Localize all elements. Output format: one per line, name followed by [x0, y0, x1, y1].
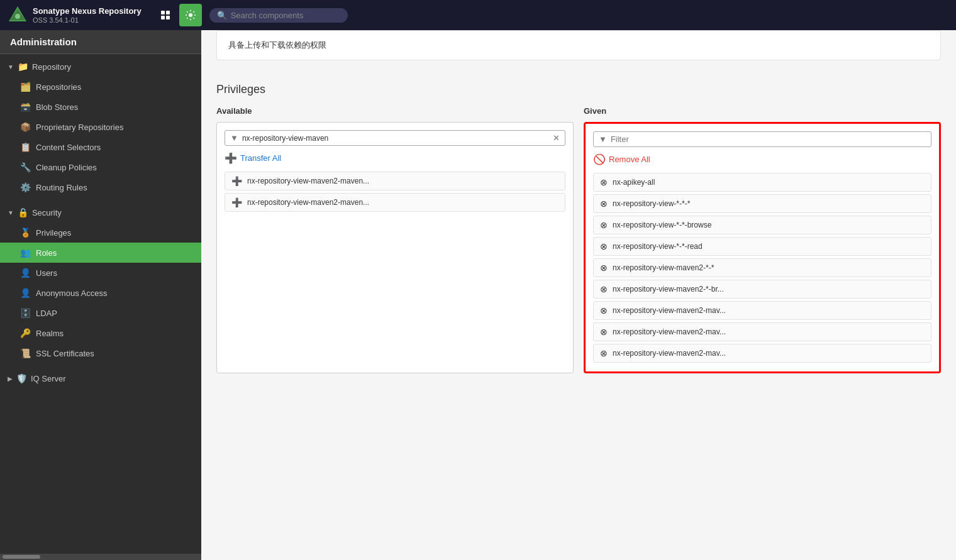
given-item-label: nx-repository-view-*-*-browse — [613, 221, 711, 229]
privileges-icon: 🏅 — [20, 228, 31, 238]
sidebar-group-repository[interactable]: ▼ 📁 Repository — [0, 57, 201, 77]
remove-icon: ⊗ — [600, 348, 608, 358]
sidebar-group-iq-server[interactable]: ▶ 🛡️ IQ Server — [0, 368, 201, 388]
available-items-list: ➕ nx-repository-view-maven2-maven... ➕ n… — [225, 172, 565, 212]
routing-icon: ⚙️ — [20, 182, 31, 192]
brand-text: Sonatype Nexus Repository OSS 3.54.1-01 — [33, 6, 142, 24]
transfer-all-label: Transfer All — [240, 153, 281, 163]
list-item[interactable]: ⊗ nx-repository-view-maven2-*-* — [593, 258, 931, 277]
sidebar-item-cleanup-policies[interactable]: 🔧 Cleanup Policies — [0, 157, 201, 177]
sidebar-item-realms[interactable]: 🔑 Realms — [0, 323, 201, 343]
sidebar-item-users[interactable]: 👤 Users — [0, 263, 201, 283]
list-item[interactable]: ⊗ nx-repository-view-*-*-browse — [593, 216, 931, 234]
given-item-label: nx-repository-view-maven2-*-br... — [613, 285, 724, 294]
sidebar-item-proprietary-repositories[interactable]: 📦 Proprietary Repositories — [0, 117, 201, 137]
svg-rect-3 — [161, 11, 165, 14]
available-item-label: nx-repository-view-maven2-maven... — [247, 198, 369, 207]
brand-logo-icon — [8, 5, 28, 25]
sidebar-item-roles-label: Roles — [36, 248, 57, 258]
list-item[interactable]: ⊗ nx-repository-view-*-*-read — [593, 237, 931, 256]
sidebar-section-repository: ▼ 📁 Repository 🗂️ Repositories 🗃️ Blob S… — [0, 54, 201, 200]
blob-stores-icon: 🗃️ — [20, 102, 31, 112]
given-item-label: nx-repository-view-maven2-*-* — [613, 263, 714, 272]
content-inner: 具备上传和下载依赖的权限 Privileges Available ▼ ✕ — [201, 30, 956, 388]
content-selectors-icon: 📋 — [20, 142, 31, 152]
anonymous-icon: 👤 — [20, 288, 31, 298]
remove-icon: ⊗ — [600, 199, 608, 209]
remove-all-link[interactable]: 🚫 Remove All — [593, 153, 931, 165]
chevron-down-icon-security: ▼ — [8, 209, 14, 216]
given-label: Given — [584, 106, 941, 116]
given-panel: Given ▼ 🚫 Remove All — [584, 106, 941, 373]
top-header: Sonatype Nexus Repository OSS 3.54.1-01 … — [0, 0, 956, 30]
sidebar-item-ssl-certificates[interactable]: 📜 SSL Certificates — [0, 343, 201, 363]
security-icon: 🔒 — [18, 207, 28, 217]
remove-icon: ⊗ — [600, 327, 608, 337]
given-filter-input[interactable] — [611, 135, 926, 144]
chevron-down-icon: ▼ — [8, 63, 14, 70]
filter-icon-given: ▼ — [599, 135, 607, 144]
given-item-label: nx-repository-view-*-*-* — [613, 199, 690, 208]
list-item[interactable]: ⊗ nx-repository-view-maven2-*-br... — [593, 280, 931, 299]
browse-button[interactable] — [154, 4, 177, 26]
available-panel-box: ▼ ✕ ➕ Transfer All ➕ — [216, 122, 574, 373]
remove-icon: ⊗ — [600, 284, 608, 294]
proprietary-icon: 📦 — [20, 122, 31, 132]
brand-logo: Sonatype Nexus Repository OSS 3.54.1-01 — [8, 5, 142, 25]
remove-icon: ⊗ — [600, 177, 608, 187]
layout: Administration ▼ 📁 Repository 🗂️ Reposit… — [0, 30, 956, 560]
sidebar-section-iq-server: ▶ 🛡️ IQ Server — [0, 366, 201, 391]
list-item[interactable]: ⊗ nx-repository-view-*-*-* — [593, 194, 931, 213]
given-item-label: nx-apikey-all — [613, 178, 655, 187]
repositories-icon: 🗂️ — [20, 82, 31, 92]
description-text: 具备上传和下载依赖的权限 — [228, 40, 326, 50]
chevron-right-icon: ▶ — [8, 375, 13, 382]
search-bar[interactable]: 🔍 — [209, 8, 348, 23]
search-icon: 🔍 — [217, 11, 227, 20]
list-item[interactable]: ➕ nx-repository-view-maven2-maven... — [225, 172, 565, 190]
remove-icon: ⊗ — [600, 220, 608, 230]
remove-icon: ⊗ — [600, 241, 608, 251]
sidebar-item-repositories[interactable]: 🗂️ Repositories — [0, 77, 201, 97]
sidebar-item-realms-label: Realms — [36, 329, 64, 338]
svg-rect-4 — [166, 11, 170, 14]
sidebar-group-iq-label: IQ Server — [31, 374, 66, 383]
list-item[interactable]: ⊗ nx-repository-view-maven2-mav... — [593, 301, 931, 320]
clear-filter-icon[interactable]: ✕ — [553, 133, 560, 143]
sidebar-item-cleanup-label: Cleanup Policies — [36, 163, 97, 172]
sidebar-item-roles[interactable]: 👥 Roles — [0, 243, 201, 263]
sidebar-group-security[interactable]: ▼ 🔒 Security — [0, 202, 201, 222]
svg-rect-5 — [161, 16, 165, 19]
available-filter-input[interactable] — [242, 134, 549, 143]
sidebar-title: Administration — [0, 30, 201, 54]
given-item-label: nx-repository-view-maven2-mav... — [613, 306, 726, 315]
sidebar-item-anonymous-access[interactable]: 👤 Anonymous Access — [0, 283, 201, 303]
sidebar-item-blob-stores-label: Blob Stores — [36, 102, 78, 112]
list-item[interactable]: ➕ nx-repository-view-maven2-maven... — [225, 193, 565, 212]
sidebar-item-privileges[interactable]: 🏅 Privileges — [0, 222, 201, 243]
available-label: Available — [216, 106, 574, 116]
filter-icon-available: ▼ — [230, 133, 238, 143]
available-filter-wrap[interactable]: ▼ ✕ — [225, 130, 565, 146]
settings-button[interactable] — [179, 4, 202, 26]
sidebar-item-routing-rules[interactable]: ⚙️ Routing Rules — [0, 177, 201, 197]
sidebar-item-blob-stores[interactable]: 🗃️ Blob Stores — [0, 97, 201, 117]
sidebar-scrollbar[interactable] — [0, 554, 201, 560]
given-panel-box: ▼ 🚫 Remove All ⊗ nx-apikey-all — [584, 122, 941, 373]
list-item[interactable]: ⊗ nx-repository-view-maven2-mav... — [593, 344, 931, 363]
svg-point-7 — [189, 13, 192, 17]
given-item-label: nx-repository-view-maven2-mav... — [613, 349, 726, 358]
header-icons — [154, 4, 202, 26]
sidebar-item-ldap[interactable]: 🗄️ LDAP — [0, 303, 201, 323]
list-item[interactable]: ⊗ nx-repository-view-maven2-mav... — [593, 322, 931, 341]
main-content: 具备上传和下载依赖的权限 Privileges Available ▼ ✕ — [201, 30, 956, 560]
list-item[interactable]: ⊗ nx-apikey-all — [593, 173, 931, 192]
transfer-all-link[interactable]: ➕ Transfer All — [225, 152, 565, 164]
given-filter-wrap[interactable]: ▼ — [593, 131, 931, 147]
sidebar-item-content-selectors[interactable]: 📋 Content Selectors — [0, 137, 201, 157]
sidebar-body: ▼ 📁 Repository 🗂️ Repositories 🗃️ Blob S… — [0, 54, 201, 554]
remove-all-label: Remove All — [609, 155, 650, 164]
search-input[interactable] — [231, 11, 331, 20]
remove-icon: ⊗ — [600, 263, 608, 273]
ldap-icon: 🗄️ — [20, 308, 31, 318]
